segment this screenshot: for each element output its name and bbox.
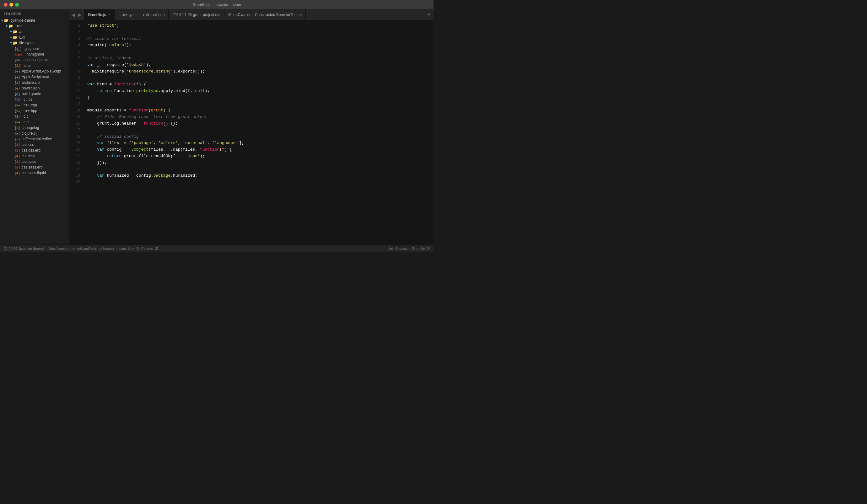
sidebar-item[interactable]: [AS]actionscript.as bbox=[0, 57, 69, 63]
sidebar-item-label: AppleScript.scpt bbox=[22, 75, 49, 79]
tab-label: external.json bbox=[143, 12, 164, 17]
sidebar-item[interactable]: [G+]c++.hpp bbox=[0, 108, 69, 114]
folder-icon: [≡] bbox=[14, 81, 20, 85]
folder-icon: [#] bbox=[14, 142, 20, 147]
line-number: 8 bbox=[69, 68, 81, 75]
code-token: ); bbox=[146, 63, 151, 67]
code-line bbox=[87, 49, 434, 55]
code-token: f bbox=[136, 82, 139, 87]
folder-icon: [G+] bbox=[14, 103, 22, 107]
sidebar-item[interactable]: [◉]clojure.clj bbox=[0, 130, 69, 136]
traffic-lights[interactable] bbox=[4, 3, 19, 7]
line-number: 5 bbox=[69, 49, 81, 55]
sidebar-item[interactable]: [◈]AppleScript.scpt bbox=[0, 74, 69, 80]
close-button[interactable] bbox=[4, 3, 8, 7]
minimize-button[interactable] bbox=[9, 3, 13, 7]
tab-Gruntfile-js[interactable]: Gruntfile.js✕ bbox=[84, 9, 115, 20]
line-number: 22 bbox=[69, 160, 81, 166]
sidebar-item[interactable]: [C#]c#.cs bbox=[0, 97, 69, 102]
sidebar-item[interactable]: [◉]bower.json bbox=[0, 85, 69, 91]
sidebar-item[interactable]: [◈]AppleScript.AppleScript bbox=[0, 68, 69, 74]
sidebar-item[interactable]: [#]css.sass.liquid bbox=[0, 170, 69, 176]
code-token: ) { bbox=[163, 108, 170, 112]
code-token: ).exports()); bbox=[173, 69, 205, 74]
sidebar-item[interactable]: [$_].gitignore bbox=[0, 46, 69, 52]
line-number: 2 bbox=[69, 29, 81, 36]
window-title: Gruntfile.js — cyanide-theme bbox=[192, 2, 241, 7]
code-token: var bbox=[87, 82, 95, 87]
code-token: // Hide 'Running task' text from grunt o… bbox=[97, 115, 207, 119]
sidebar-item-label: changelog bbox=[22, 126, 39, 130]
code-token: 'colors' bbox=[158, 141, 178, 145]
sidebar-item[interactable]: [#]css.less bbox=[0, 153, 69, 159]
code-token: object bbox=[134, 147, 149, 152]
tab-dropdown-button[interactable]: ▼ bbox=[425, 12, 434, 17]
folder-icon: [≡] bbox=[14, 126, 20, 130]
sidebar-item[interactable]: [G+]c.c bbox=[0, 114, 69, 119]
sidebar: FOLDERS ▾ 📂cyanide-theme▾ 📂+res▾ 📂art▾ 📂… bbox=[0, 9, 69, 245]
code-token: } bbox=[87, 95, 90, 100]
sidebar-item[interactable]: [#]css.css bbox=[0, 142, 69, 148]
folder-icon: [G+] bbox=[14, 120, 22, 124]
tab-close-button[interactable]: ✕ bbox=[108, 13, 110, 16]
sidebar-item[interactable]: [☕]coffeescript.coffee bbox=[0, 136, 69, 142]
sidebar-item[interactable]: [Ai]ai.ai bbox=[0, 63, 69, 68]
code-token: 'colors' bbox=[107, 43, 126, 47]
tab-label: Gruntfile.js bbox=[88, 12, 106, 17]
sidebar-item-label: +res bbox=[15, 24, 22, 28]
code-token bbox=[87, 154, 107, 159]
folder-icon: [◉] bbox=[14, 131, 20, 136]
sidebar-item[interactable]: [#]css.sass.erb bbox=[0, 164, 69, 170]
code-token: // colors for terminal bbox=[87, 36, 141, 41]
code-content[interactable]: 'use strict'; // colors for terminalrequ… bbox=[85, 20, 434, 245]
editor-area: ◀ ▶ Gruntfile.js✕.travis.ymlexternal.jso… bbox=[69, 9, 434, 245]
sidebar-item[interactable]: ▾ 📂file-types bbox=[0, 40, 69, 46]
tab-2014-11-06-grunt-project-md[interactable]: 2014-11-06-grunt-project.md bbox=[169, 9, 224, 20]
code-line: // Hide 'Running task' text from grunt o… bbox=[87, 114, 434, 120]
code-token: function bbox=[114, 82, 134, 87]
code-container: 1234567891011121314151617181920212223242… bbox=[69, 20, 434, 245]
code-token: prototype bbox=[136, 88, 158, 93]
sidebar-item[interactable]: [npm].npmignore bbox=[0, 52, 69, 57]
code-token: f bbox=[222, 147, 224, 152]
code-token: ( bbox=[220, 147, 222, 152]
code-line: require('colors'); bbox=[87, 42, 434, 49]
folder-icon: [G+] bbox=[14, 109, 22, 113]
sidebar-item[interactable]: [#]css.css.erb bbox=[0, 148, 69, 153]
sidebar-item[interactable]: [#]css.sass bbox=[0, 159, 69, 164]
sidebar-item[interactable]: ▾ 📂cyanide-theme bbox=[0, 18, 69, 23]
folder-icon: [#] bbox=[14, 148, 20, 152]
code-line: })); bbox=[87, 160, 434, 166]
tab-next-button[interactable]: ▶ bbox=[77, 12, 83, 17]
sidebar-item[interactable]: ▾ 📂+res bbox=[0, 23, 69, 29]
code-token: 'lodash' bbox=[127, 63, 146, 67]
tab--travis-yml[interactable]: .travis.yml bbox=[115, 9, 139, 20]
title-bar: Gruntfile.js — cyanide-theme bbox=[0, 0, 434, 9]
tab-label: .travis.yml bbox=[118, 12, 135, 17]
tab-external-json[interactable]: external.json bbox=[139, 9, 169, 20]
maximize-button[interactable] bbox=[15, 3, 19, 7]
sidebar-item[interactable]: [◎]build.gradle bbox=[0, 91, 69, 97]
sidebar-item-label: c.c bbox=[23, 114, 28, 119]
folder-icon: [Ai] bbox=[14, 63, 22, 68]
folder-icon: ▾ 📂 bbox=[6, 24, 13, 28]
tab-prev-button[interactable]: ◀ bbox=[70, 12, 76, 17]
folder-icon: [G+] bbox=[14, 114, 22, 119]
sidebar-item[interactable]: [≡]archive.zip bbox=[0, 80, 69, 85]
tab-navigation[interactable]: ◀ ▶ bbox=[70, 12, 83, 17]
code-token: var bbox=[97, 147, 104, 152]
sidebar-item[interactable]: ▾ 📂Ext bbox=[0, 34, 69, 40]
code-token: _ = require( bbox=[95, 63, 126, 67]
tab-MonoCyanide---Constrasted-Semi-tmTheme[interactable]: MonoCyanide - Constrasted Semi.tmTheme bbox=[224, 9, 306, 20]
code-token bbox=[87, 141, 97, 145]
sidebar-item[interactable]: [G+]c.h bbox=[0, 119, 69, 125]
folder-icon: [☕] bbox=[14, 137, 20, 141]
code-line: return grunt.file.readJSON(f + '.json'); bbox=[87, 153, 434, 160]
sidebar-item-label: AppleScript.AppleScript bbox=[22, 69, 61, 73]
code-token: ; bbox=[117, 23, 119, 28]
sidebar-item[interactable]: [≡]changelog bbox=[0, 125, 69, 130]
sidebar-item[interactable]: ▾ 📂art bbox=[0, 29, 69, 34]
folder-icon: [◈] bbox=[14, 69, 20, 73]
sidebar-item[interactable]: [G+]c++.cpp bbox=[0, 102, 69, 108]
folder-icon: [$_] bbox=[14, 46, 22, 51]
